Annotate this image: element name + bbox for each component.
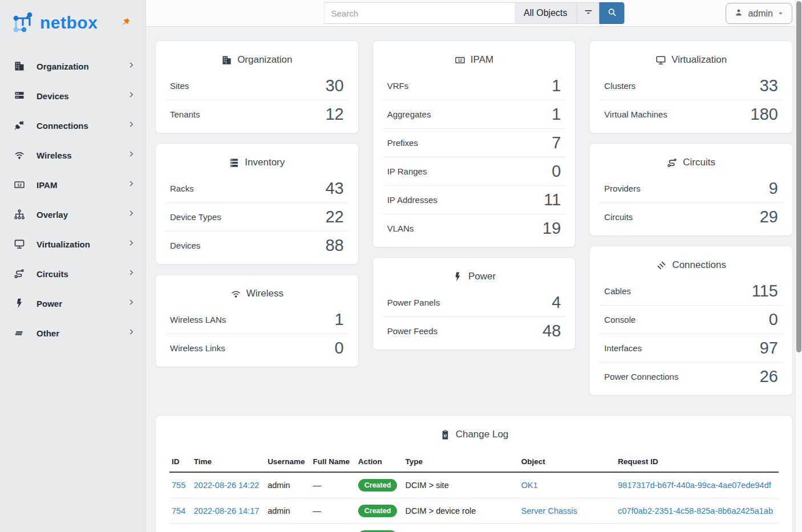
monitor-icon xyxy=(655,55,666,66)
stat-row-aggregates[interactable]: Aggregates 1 xyxy=(383,100,566,128)
scrollbar-thumb[interactable] xyxy=(796,1,801,352)
col-request-id: Request ID xyxy=(615,454,779,472)
col-full-name: Full Name xyxy=(310,454,355,472)
chevron-right-icon xyxy=(127,269,135,279)
stat-row-interfaces[interactable]: Interfaces 97 xyxy=(600,334,783,362)
bolt-icon xyxy=(452,271,463,282)
logo-row: netbox xyxy=(0,0,145,43)
stat-row-power-feeds[interactable]: Power Feeds 48 xyxy=(383,316,566,345)
building-icon xyxy=(14,60,25,72)
stat-row-prefixes[interactable]: Prefixes 7 xyxy=(383,128,566,157)
sidebar-item-power[interactable]: Power xyxy=(0,289,145,318)
chevron-right-icon xyxy=(127,150,135,160)
chevron-right-icon xyxy=(127,61,135,71)
stat-row-vlans[interactable]: VLANs 19 xyxy=(383,214,566,242)
plug-icon xyxy=(14,120,25,131)
search-input[interactable] xyxy=(324,2,515,24)
changelog-time-link[interactable]: 2022-08-26 14:17 xyxy=(194,506,260,515)
stat-row-power-panels[interactable]: Power Panels 4 xyxy=(383,288,566,316)
card-organization-header: Organization xyxy=(156,41,358,71)
changelog-object-link[interactable]: OK1 xyxy=(521,481,538,490)
main-area: All Objects admin xyxy=(146,0,802,532)
stat-row-vrfs[interactable]: VRFs 1 xyxy=(383,71,566,100)
card-wireless-header: Wireless xyxy=(156,275,358,305)
sidebar: netbox Organization Devices xyxy=(0,0,146,532)
monitor-icon xyxy=(14,238,25,250)
card-circuits-header: Circuits xyxy=(590,144,792,174)
changelog-request-id-link[interactable]: c07f0ab2-2351-4c58-825a-8b6a2425a1ab xyxy=(618,506,773,515)
svg-text:12: 12 xyxy=(458,58,463,62)
cables-icon xyxy=(656,260,667,271)
pin-sidebar-icon[interactable] xyxy=(120,17,131,29)
sidebar-item-connections[interactable]: Connections xyxy=(0,111,145,140)
lines-icon xyxy=(14,327,25,339)
svg-text:12: 12 xyxy=(17,183,22,188)
chevron-right-icon xyxy=(127,180,135,190)
stat-row-ip-addresses[interactable]: IP Addresses 11 xyxy=(383,185,566,214)
card-circuits: Circuits Providers 9 Circuits 29 xyxy=(589,143,793,236)
card-title: Virtualization xyxy=(671,54,727,66)
action-badge: Created xyxy=(358,505,398,517)
stat-row-racks[interactable]: Racks 43 xyxy=(165,174,349,202)
stat-row-wireless-lans[interactable]: Wireless LANs 1 xyxy=(165,305,349,334)
col-time: Time xyxy=(192,454,265,472)
card-title: Circuits xyxy=(683,157,715,168)
changelog-time-link[interactable]: 2022-08-26 14:22 xyxy=(194,481,260,490)
sidebar-item-overlay[interactable]: Overlay xyxy=(0,200,145,229)
stat-row-circuits[interactable]: Circuits 29 xyxy=(600,202,783,231)
sidebar-item-other[interactable]: Other xyxy=(0,318,145,348)
filter-button[interactable] xyxy=(577,2,600,24)
sidebar-item-virtualization[interactable]: Virtualization xyxy=(0,229,145,259)
changelog-id-link[interactable]: 755 xyxy=(172,481,185,490)
sidebar-item-ipam[interactable]: 12 IPAM xyxy=(0,170,145,200)
card-title: Inventory xyxy=(245,157,285,168)
user-menu-button[interactable]: admin xyxy=(726,3,792,24)
netbox-dashboard: netbox Organization Devices xyxy=(0,0,802,532)
changelog-full-name: — xyxy=(313,506,321,515)
col-type: Type xyxy=(403,454,519,472)
col-object: Object xyxy=(519,454,616,472)
chevron-right-icon xyxy=(127,239,135,249)
changelog-request-id-link[interactable]: 9817317d-b67f-440a-99ca-4ae07ede94df xyxy=(618,481,771,490)
search-scope-select[interactable]: All Objects xyxy=(515,2,576,24)
stat-row-ip-ranges[interactable]: IP Ranges 0 xyxy=(383,157,566,185)
stat-row-wireless-links[interactable]: Wireless Links 0 xyxy=(165,334,349,362)
changelog-object-link[interactable]: Server Chassis xyxy=(521,506,577,515)
stat-row-clusters[interactable]: Clusters 33 xyxy=(600,71,783,100)
col-username: Username xyxy=(265,454,310,472)
stat-row-devices[interactable]: Devices 88 xyxy=(165,231,349,259)
stat-row-cables[interactable]: Cables 115 xyxy=(600,277,783,305)
server-icon xyxy=(229,157,240,168)
stat-row-providers[interactable]: Providers 9 xyxy=(600,174,783,202)
change-log-row: 754 2022-08-26 14:17 admin — Created DCI… xyxy=(169,498,779,524)
building-icon xyxy=(221,55,232,66)
sidebar-item-circuits[interactable]: Circuits xyxy=(0,259,145,289)
stat-row-virtual-machines[interactable]: Virtual Machines 180 xyxy=(600,100,783,128)
stat-row-sites[interactable]: Sites 30 xyxy=(165,71,349,100)
sidebar-item-devices[interactable]: Devices xyxy=(0,81,145,111)
sidebar-item-wireless[interactable]: Wireless xyxy=(0,140,145,170)
stat-row-tenants[interactable]: Tenants 12 xyxy=(165,100,349,128)
card-title: IPAM xyxy=(471,54,493,66)
search-scope-label: All Objects xyxy=(524,8,567,18)
clipboard-clock-icon xyxy=(440,429,451,440)
chevron-right-icon xyxy=(127,209,135,220)
changelog-id-link[interactable]: 754 xyxy=(172,506,185,515)
card-ipam: 12 IPAM VRFs 1 Aggregates 1 xyxy=(372,40,576,247)
search-bar: All Objects xyxy=(324,2,625,24)
counter-icon: 12 xyxy=(455,55,465,66)
change-log-table: ID Time Username Full Name Action Type O… xyxy=(169,454,779,532)
route-icon xyxy=(14,268,25,279)
search-icon xyxy=(607,7,617,19)
card-organization: Organization Sites 30 Tenants 12 xyxy=(155,40,359,133)
dashboard-content: Organization Sites 30 Tenants 12 xyxy=(146,27,802,532)
stat-row-console[interactable]: Console 0 xyxy=(600,305,783,334)
sidebar-item-organization[interactable]: Organization xyxy=(0,51,145,81)
scrollbar-track[interactable] xyxy=(795,0,802,532)
search-button[interactable] xyxy=(600,2,625,24)
stat-row-power-connections[interactable]: Power Connections 26 xyxy=(600,362,783,391)
stat-row-device-types[interactable]: Device Types 22 xyxy=(165,202,349,231)
card-inventory: Inventory Racks 43 Device Types 22 xyxy=(155,143,359,265)
change-log-row: 755 2022-08-26 14:22 admin — Created DCI… xyxy=(169,472,779,498)
col-id: ID xyxy=(169,454,192,472)
